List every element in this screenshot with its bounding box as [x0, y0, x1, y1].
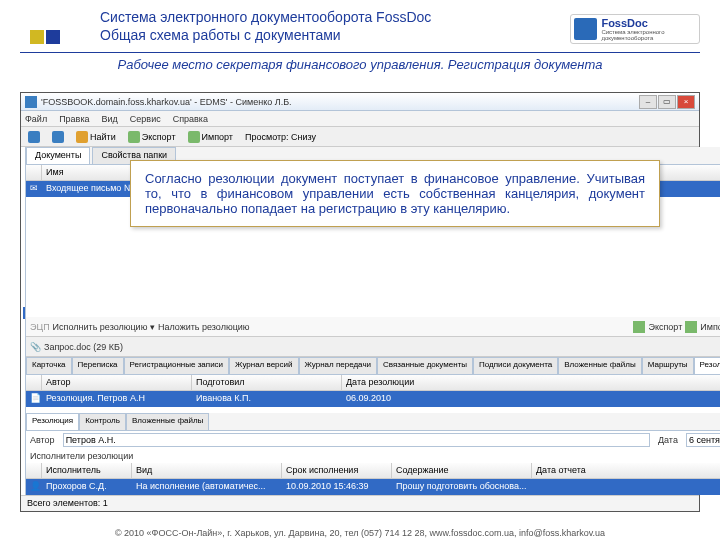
toolbar-forward[interactable] [49, 130, 67, 144]
status-bar: Всего элементов: 1 [21, 495, 699, 511]
logo-icon [574, 18, 597, 40]
logo-main: FossDoc [601, 18, 699, 29]
slide-subtitle: Рабочее место секретаря финансового упра… [0, 57, 720, 72]
minimize-button[interactable]: – [639, 95, 657, 109]
btn-import[interactable]: Импорт [700, 322, 720, 332]
app-icon [25, 96, 37, 108]
tab-card[interactable]: Карточка [26, 357, 72, 374]
tab-ver[interactable]: Журнал версий [229, 357, 298, 374]
attachment-strip: 📎Запрос.doc (29 КБ) [26, 337, 720, 357]
menu-help[interactable]: Справка [173, 114, 208, 124]
window-titlebar: 'FOSSBOOK.domain.foss.kharkov.ua' - EDMS… [21, 93, 699, 111]
tree-node: Сименко Л.Б. [23, 173, 25, 185]
tab-files[interactable]: Вложенные файлы [558, 357, 641, 374]
toolbar-import[interactable]: Импорт [185, 130, 236, 144]
slide-footer: © 2010 «ФОСС-Он-Лайн», г. Харьков, ул. Д… [0, 528, 720, 538]
explanation-callout: Согласно резолюции документ поступает в … [130, 160, 660, 227]
executor-row[interactable]: 👤 Прохоров С.Д. На исполнение (автоматич… [26, 479, 720, 495]
slide-header: Система электронного документооборота Fo… [0, 0, 720, 48]
maximize-button[interactable]: ▭ [658, 95, 676, 109]
toolbar-export[interactable]: Экспорт [125, 130, 179, 144]
tree-root: Личная папка "Сименко Л.Б." [23, 149, 25, 161]
tab-routes[interactable]: Маршруты [642, 357, 694, 374]
main-toolbar: Найти Экспорт Импорт Просмотр: Снизу [21, 127, 699, 147]
author-field[interactable]: Петров А.Н. [63, 433, 650, 447]
product-logo: FossDoc Система электронного документооб… [570, 14, 700, 44]
executors-label: Исполнители резолюции [30, 451, 133, 461]
resolution-list-header: Автор Подготовил Дата резолюции [26, 375, 720, 391]
attachment-name[interactable]: Запрос.doc (29 КБ) [44, 342, 123, 352]
resolution-subtabs: Резолюция Контроль Вложенные файлы [26, 413, 720, 431]
date-field[interactable]: 6 сентября 2010 г [686, 433, 720, 447]
divider [20, 52, 700, 53]
detail-tabs: Карточка Переписка Регистрационные запис… [26, 357, 720, 375]
tab-reg[interactable]: Регистрационные записи [124, 357, 230, 374]
logo-sub: Система электронного документооборота [601, 29, 699, 41]
window-title: 'FOSSBOOK.domain.foss.kharkov.ua' - EDMS… [41, 97, 292, 107]
subtab-files[interactable]: Вложенные файлы [126, 413, 209, 430]
tab-corr[interactable]: Переписка [72, 357, 124, 374]
subtab-resolution[interactable]: Резолюция [26, 413, 79, 430]
menu-view[interactable]: Вид [102, 114, 118, 124]
resolution-row[interactable]: 📄 Резолюция. Петров А.Н Иванова К.П. 06.… [26, 391, 720, 407]
menu-file[interactable]: Файл [25, 114, 47, 124]
menu-edit[interactable]: Правка [59, 114, 89, 124]
exec-resolution-button[interactable]: Исполнить резолюцию ▾ [53, 322, 155, 332]
resolution-toolbar: ЭЦП Исполнить резолюцию ▾ Наложить резол… [26, 317, 720, 337]
add-resolution-button[interactable]: Наложить резолюцию [158, 322, 250, 332]
menu-service[interactable]: Сервис [130, 114, 161, 124]
executors-header: Исполнитель Вид Срок исполнения Содержан… [26, 463, 720, 479]
decorative-boxes [30, 30, 62, 46]
author-row: Автор Петров А.Н. Дата 6 сентября 2010 г [26, 431, 720, 449]
subtab-control[interactable]: Контроль [79, 413, 126, 430]
toolbar-back[interactable] [25, 130, 43, 144]
status-count: Всего элементов: 1 [27, 498, 108, 508]
close-button[interactable]: × [677, 95, 695, 109]
btn-export[interactable]: Экспорт [648, 322, 682, 332]
tab-linked[interactable]: Связанные документы [377, 357, 473, 374]
app-window: 'FOSSBOOK.domain.foss.kharkov.ua' - EDMS… [20, 92, 700, 512]
tab-sign[interactable]: Подписи документа [473, 357, 558, 374]
tab-documents[interactable]: Документы [26, 147, 90, 164]
tab-jrnl[interactable]: Журнал передачи [299, 357, 378, 374]
toolbar-find[interactable]: Найти [73, 130, 119, 144]
tab-resolutions[interactable]: Резолюции [694, 357, 720, 374]
menubar: Файл Правка Вид Сервис Справка [21, 111, 699, 127]
tree-node: Отчеты [23, 343, 25, 355]
toolbar-preview[interactable]: Просмотр: Снизу [242, 131, 319, 143]
